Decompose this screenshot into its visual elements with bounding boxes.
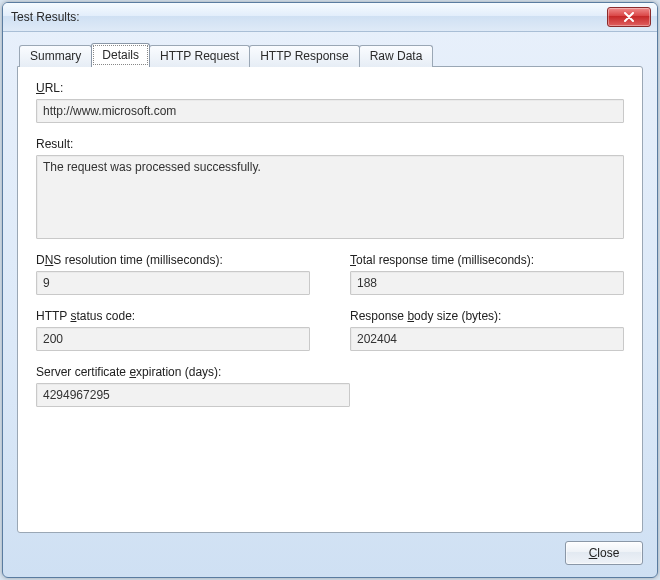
tab-details[interactable]: Details: [91, 43, 150, 67]
button-bar: Close: [17, 533, 643, 565]
cert-expiration-label: Server certificate expiration (days):: [36, 365, 624, 379]
tabstrip: Summary Details HTTP Request HTTP Respon…: [19, 42, 643, 66]
dialog-window: Test Results: Summary Details HTTP Reque…: [2, 2, 658, 578]
tab-http-response[interactable]: HTTP Response: [249, 45, 359, 67]
content-area: Summary Details HTTP Request HTTP Respon…: [3, 32, 657, 577]
result-value: The request was processed successfully.: [36, 155, 624, 239]
window-title: Test Results:: [11, 10, 607, 24]
dns-label: DNS resolution time (milliseconds):: [36, 253, 310, 267]
body-size-label: Response body size (bytes):: [350, 309, 624, 323]
total-response-label: Total response time (milliseconds):: [350, 253, 624, 267]
total-response-value: 188: [350, 271, 624, 295]
tab-raw-data[interactable]: Raw Data: [359, 45, 434, 67]
status-code-value: 200: [36, 327, 310, 351]
dns-value: 9: [36, 271, 310, 295]
result-label: Result:: [36, 137, 624, 151]
tab-summary[interactable]: Summary: [19, 45, 92, 67]
cert-expiration-value: 4294967295: [36, 383, 350, 407]
url-label: UURL:RL:: [36, 81, 624, 95]
window-close-button[interactable]: [607, 7, 651, 27]
close-icon: [623, 12, 635, 22]
body-size-value: 202404: [350, 327, 624, 351]
tab-panel-details: UURL:RL: http://www.microsoft.com Result…: [17, 66, 643, 533]
titlebar: Test Results:: [3, 3, 657, 32]
url-value: http://www.microsoft.com: [36, 99, 624, 123]
close-button[interactable]: Close: [565, 541, 643, 565]
tab-http-request[interactable]: HTTP Request: [149, 45, 250, 67]
status-code-label: HTTP status code:: [36, 309, 310, 323]
